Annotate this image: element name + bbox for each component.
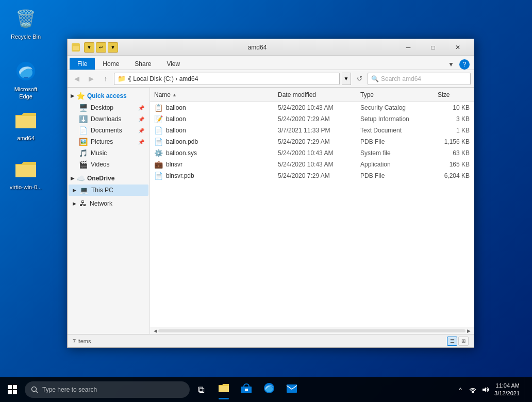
- column-headers: Name ▲ Date modified Type Size: [150, 88, 474, 102]
- ribbon-collapse-button[interactable]: ▼: [445, 60, 457, 69]
- scroll-left-btn[interactable]: ◀: [152, 328, 158, 334]
- tray-volume-icon[interactable]: [480, 384, 490, 395]
- qa-btn-2[interactable]: ↩: [96, 42, 106, 53]
- file-type-icon: 📄: [154, 138, 163, 146]
- svg-rect-14: [472, 391, 474, 393]
- detail-view-btn[interactable]: ☰: [447, 337, 457, 346]
- nav-item-documents[interactable]: 📄 Documents 📌: [69, 125, 148, 136]
- close-button[interactable]: ✕: [446, 41, 470, 54]
- file-row[interactable]: ⚙️ balloon.sys 5/24/2020 10:43 AM System…: [150, 147, 474, 159]
- nav-item-downloads[interactable]: ⬇️ Downloads 📌: [69, 113, 148, 125]
- file-name-cell: ⚙️ balloon.sys: [154, 149, 278, 157]
- file-name-cell: 💼 blnsvr: [154, 160, 278, 169]
- file-size-cell: 165 KB: [438, 161, 470, 168]
- col-header-modified[interactable]: Date modified: [278, 91, 360, 98]
- tab-file[interactable]: File: [70, 58, 95, 70]
- forward-button[interactable]: ▶: [85, 73, 97, 85]
- quick-access-header[interactable]: ▶ ⭐ Quick access: [68, 90, 149, 102]
- nav-documents-label: Documents: [91, 127, 122, 134]
- view-buttons: ☰ ⊞: [447, 337, 469, 346]
- col-header-name[interactable]: Name ▲: [154, 91, 278, 98]
- minimize-button[interactable]: ─: [396, 41, 420, 54]
- tab-home[interactable]: Home: [95, 58, 127, 70]
- file-row[interactable]: 📋 balloon 5/24/2020 10:43 AM Security Ca…: [150, 102, 474, 113]
- file-size-cell: 63 KB: [438, 149, 470, 157]
- file-modified-cell: 3/7/2021 11:33 PM: [278, 127, 360, 134]
- nav-pane: ▶ ⭐ Quick access 🖥️ Desktop 📌 ⬇️ Downloa…: [68, 88, 150, 334]
- recycle-bin-icon: 🗑️: [13, 6, 38, 31]
- refresh-button[interactable]: ↺: [353, 73, 365, 85]
- address-folder-icon: 📁: [118, 75, 126, 82]
- tray-network-icon[interactable]: [468, 384, 478, 395]
- address-dropdown-button[interactable]: ▼: [342, 73, 351, 85]
- scrollbar-area[interactable]: ◀ ▶: [150, 327, 474, 334]
- file-row[interactable]: 📄 balloon.pdb 5/24/2020 7:29 AM PDB File…: [150, 136, 474, 147]
- nav-item-videos[interactable]: 🎬 Videos: [69, 159, 148, 170]
- onedrive-label: OneDrive: [87, 175, 114, 182]
- back-button[interactable]: ◀: [71, 73, 83, 85]
- file-row[interactable]: 📄 balloon 3/7/2021 11:33 PM Text Documen…: [150, 125, 474, 136]
- file-type-icon: ⚙️: [154, 149, 163, 157]
- desktop-icon-amd64[interactable]: amd64: [5, 106, 46, 144]
- up-button[interactable]: ↑: [99, 73, 112, 85]
- amd64-folder-icon: [13, 108, 38, 132]
- documents-nav-icon: 📄: [79, 126, 88, 135]
- window-title: amd64: [118, 44, 396, 51]
- file-name-cell: 📄 blnsvr.pdb: [154, 172, 278, 180]
- quick-access-star-icon: ⭐: [76, 92, 85, 100]
- scroll-right-btn[interactable]: ▶: [466, 328, 472, 334]
- desktop-icon-virtio[interactable]: virtio-win-0...: [5, 155, 46, 193]
- tray-chevron[interactable]: ^: [455, 384, 466, 395]
- file-modified-cell: 5/24/2020 7:29 AM: [278, 115, 360, 123]
- file-modified-cell: 5/24/2020 7:29 AM: [278, 172, 360, 179]
- svg-rect-12: [287, 384, 297, 393]
- quick-access-toolbar: ▼ ↩ ▼: [84, 42, 118, 53]
- qa-btn-1[interactable]: ▼: [84, 42, 94, 53]
- taskbar-file-explorer[interactable]: [212, 378, 235, 401]
- file-row[interactable]: 💼 blnsvr 5/24/2020 10:43 AM Application …: [150, 159, 474, 170]
- nav-item-this-pc[interactable]: ▶ 💻 This PC: [69, 185, 148, 196]
- maximize-button[interactable]: □: [421, 41, 445, 54]
- large-icon-view-btn[interactable]: ⊞: [458, 337, 469, 346]
- col-header-type[interactable]: Type: [360, 91, 438, 98]
- search-box[interactable]: 🔍 Search amd64: [368, 73, 471, 85]
- desktop-icon-edge[interactable]: MicrosoftEdge: [5, 57, 46, 103]
- tray-clock[interactable]: 11:04 AM 3/12/2021: [492, 382, 522, 398]
- onedrive-header[interactable]: ▶ ☁️ OneDrive: [68, 172, 149, 185]
- file-type-cell: Application: [360, 161, 438, 168]
- col-header-size[interactable]: Size: [438, 91, 470, 98]
- file-type-cell: System file: [360, 149, 438, 157]
- thispc-icon: 💻: [79, 186, 88, 194]
- tray-time-display: 11:04 AM: [496, 382, 520, 390]
- virtio-folder-icon: [13, 157, 38, 181]
- qa-btn-3[interactable]: ▼: [108, 42, 118, 53]
- taskbar-search[interactable]: Type here to search: [25, 381, 190, 398]
- nav-item-desktop[interactable]: 🖥️ Desktop 📌: [69, 102, 148, 113]
- desktop-icon-recycle-bin[interactable]: 🗑️ Recycle Bin: [5, 4, 46, 42]
- start-button[interactable]: [0, 377, 25, 402]
- desktop-pin-icon: 📌: [138, 105, 144, 111]
- nav-item-pictures[interactable]: 🖼️ Pictures 📌: [69, 136, 148, 147]
- svg-rect-5: [13, 390, 17, 394]
- taskbar-edge[interactable]: [258, 378, 280, 401]
- tab-share[interactable]: Share: [127, 58, 159, 70]
- taskbar-mail[interactable]: [280, 378, 303, 401]
- item-count: 7 items: [73, 338, 91, 344]
- nav-item-music[interactable]: 🎵 Music: [69, 147, 148, 159]
- file-row[interactable]: 📄 blnsvr.pdb 5/24/2020 7:29 AM PDB File …: [150, 170, 474, 181]
- file-modified-cell: 5/24/2020 7:29 AM: [278, 138, 360, 145]
- address-path[interactable]: 📁 ⟪ Local Disk (C:) › amd64: [114, 73, 340, 85]
- show-desktop-button[interactable]: [524, 377, 528, 402]
- nav-item-network[interactable]: ▶ 🖧 Network: [69, 198, 148, 209]
- file-type-cell: Text Document: [360, 127, 438, 134]
- nav-pictures-label: Pictures: [91, 138, 113, 145]
- task-view-button[interactable]: ⧉: [190, 378, 212, 401]
- taskbar-store[interactable]: [235, 378, 258, 401]
- tab-view[interactable]: View: [159, 58, 188, 70]
- scrollbar-track[interactable]: [158, 329, 466, 332]
- search-placeholder: Search amd64: [381, 75, 421, 82]
- file-row[interactable]: 📝 balloon 5/24/2020 7:29 AM Setup Inform…: [150, 113, 474, 125]
- videos-nav-icon: 🎬: [79, 160, 88, 169]
- help-button[interactable]: ?: [459, 59, 470, 70]
- edge-label: MicrosoftEdge: [14, 86, 38, 100]
